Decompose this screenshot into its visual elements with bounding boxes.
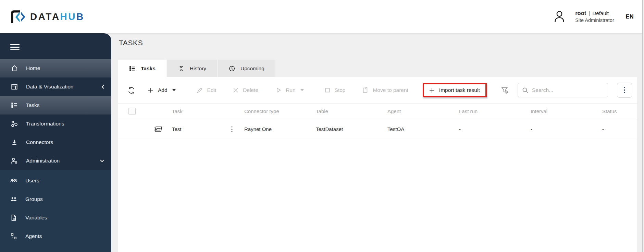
sidebar-item-connectors[interactable]: Connectors — [0, 133, 111, 152]
import-task-result-button[interactable]: Import task result — [429, 87, 480, 93]
last-run-cell: - — [459, 126, 531, 132]
sidebar-item-label: Home — [26, 65, 40, 71]
delete-label: Delete — [243, 87, 258, 93]
plus-icon — [148, 87, 154, 93]
sidebar-item-label: Users — [25, 178, 39, 184]
user-avatar-icon[interactable] — [553, 10, 566, 24]
select-all-checkbox[interactable] — [128, 108, 136, 115]
search-box — [518, 83, 608, 97]
stop-button[interactable]: Stop — [324, 87, 346, 93]
column-header-last-run[interactable]: Last run — [459, 108, 531, 114]
toolbar: Add Edit Delete — [118, 77, 637, 103]
connector-type-cell: Raynet One — [244, 126, 316, 132]
top-header: DATAHUB root | Default Site Administrato… — [0, 0, 644, 33]
sidebar-item-agents[interactable]: Agents — [0, 227, 111, 245]
status-cell: - — [602, 126, 637, 132]
toolbar-right — [500, 83, 632, 98]
user-name-line: root | Default — [575, 10, 614, 17]
sidebar-item-tasks[interactable]: Tasks — [0, 96, 111, 115]
table-header: Task Connector type Table Agent Last run… — [118, 103, 637, 119]
task-type-icon — [153, 125, 164, 133]
variables-icon — [10, 214, 18, 221]
tabstrip: Tasks History Upcoming — [118, 60, 275, 77]
home-icon — [10, 64, 18, 72]
tab-history[interactable]: History — [166, 60, 217, 77]
tab-label: History — [190, 65, 206, 72]
refresh-icon[interactable] — [127, 86, 135, 94]
administration-icon — [10, 157, 18, 165]
row-menu-kebab-icon[interactable] — [231, 126, 233, 132]
task-cell: Test — [149, 125, 244, 133]
agent-cell: TestOA — [387, 126, 459, 132]
run-button[interactable]: Run — [275, 87, 304, 93]
tab-tasks[interactable]: Tasks — [118, 60, 166, 77]
datahub-logo-icon — [9, 9, 26, 25]
more-options-button[interactable] — [617, 83, 632, 98]
sidebar-item-home[interactable]: Home — [0, 59, 111, 77]
edit-label: Edit — [207, 87, 216, 93]
column-header-interval[interactable]: Interval — [531, 108, 602, 114]
table-cell: TestDataset — [316, 126, 387, 132]
header-right: root | Default Site Administrator EN — [553, 10, 634, 24]
data-visualization-icon — [10, 83, 18, 91]
kebab-menu-icon — [623, 86, 626, 94]
sidebar: Home Data & Visualization Tasks — [0, 33, 111, 252]
task-list-icon — [10, 101, 18, 109]
hourglass-icon — [178, 65, 185, 72]
agents-icon — [10, 232, 18, 240]
tab-label: Upcoming — [240, 65, 264, 72]
administration-submenu: Users Groups Variables — [0, 170, 111, 252]
sidebar-item-transformations[interactable]: Transformations — [0, 115, 111, 133]
sidebar-item-label: Agents — [25, 233, 42, 239]
sidebar-item-users[interactable]: Users — [0, 171, 111, 190]
vertical-scrollbar[interactable] — [642, 0, 644, 252]
hamburger-icon[interactable] — [10, 42, 20, 52]
language-selector[interactable]: EN — [626, 14, 634, 20]
column-header-task[interactable]: Task — [149, 108, 244, 114]
import-annotation-red-box: Import task result — [423, 83, 487, 97]
tasks-panel: Add Edit Delete — [118, 77, 637, 252]
filter-clear-icon[interactable] — [500, 86, 509, 94]
sidebar-item-data-visualization[interactable]: Data & Visualization — [0, 77, 111, 96]
tab-label: Tasks — [141, 65, 156, 72]
transformations-icon — [10, 120, 18, 128]
datahub-logo[interactable]: DATAHUB — [9, 9, 85, 25]
sidebar-item-administration[interactable]: Administration — [0, 152, 111, 170]
sidebar-item-groups[interactable]: Groups — [0, 190, 111, 208]
user-info[interactable]: root | Default Site Administrator — [575, 10, 614, 23]
tab-upcoming[interactable]: Upcoming — [217, 60, 275, 77]
datahub-app: DATAHUB root | Default Site Administrato… — [0, 0, 644, 252]
x-icon — [233, 87, 239, 93]
stop-icon — [324, 87, 331, 93]
delete-button[interactable]: Delete — [233, 87, 258, 93]
edit-button[interactable]: Edit — [196, 87, 216, 94]
sidebar-item-label: Administration — [26, 158, 60, 164]
page-title: TASKS — [119, 39, 143, 47]
sidebar-item-label: Data & Visualization — [26, 84, 73, 90]
interval-cell: - — [531, 126, 602, 132]
logo-wordmark: DATAHUB — [30, 11, 85, 22]
sidebar-item-label: Variables — [25, 215, 47, 221]
add-button[interactable]: Add — [148, 87, 176, 93]
sidebar-item-label: Groups — [25, 196, 43, 202]
import-task-result-label: Import task result — [439, 87, 480, 93]
column-header-agent[interactable]: Agent — [387, 108, 459, 114]
column-header-table[interactable]: Table — [316, 108, 387, 114]
column-header-status[interactable]: Status — [602, 108, 637, 114]
move-to-parent-button[interactable]: Move to parent — [362, 87, 408, 94]
pencil-icon — [196, 87, 203, 94]
search-icon — [522, 87, 529, 94]
table-row[interactable]: Test Raynet One TestDataset TestOA - - - — [118, 119, 637, 139]
add-label: Add — [158, 87, 168, 93]
sidebar-item-label: Transformations — [26, 121, 64, 127]
column-header-connector-type[interactable]: Connector type — [244, 108, 316, 114]
groups-icon — [10, 195, 18, 203]
sidebar-item-variables[interactable]: Variables — [0, 208, 111, 227]
move-to-parent-icon — [362, 87, 369, 94]
chevron-left-icon — [101, 84, 104, 89]
sidebar-item-label: Connectors — [26, 139, 53, 145]
chevron-down-icon — [100, 159, 104, 163]
play-icon — [275, 87, 282, 93]
dropdown-caret-icon — [300, 89, 304, 91]
search-input[interactable] — [532, 87, 604, 93]
